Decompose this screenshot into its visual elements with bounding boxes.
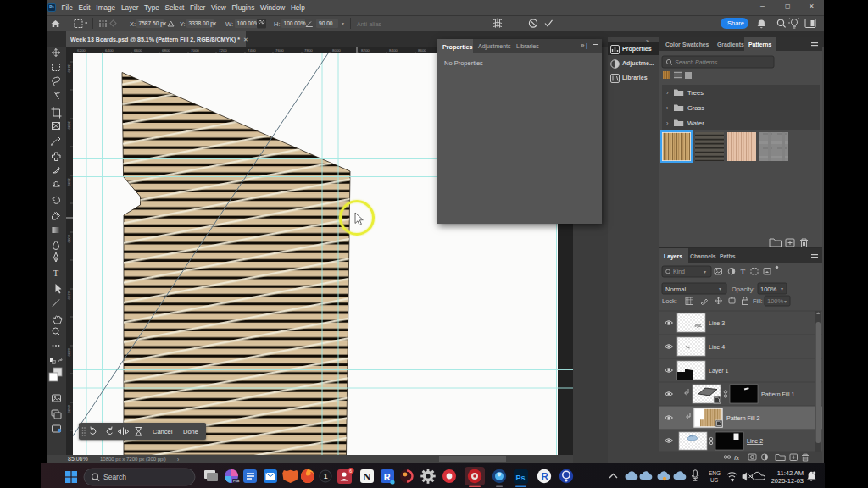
svg-text:Cancel: Cancel	[153, 428, 173, 435]
svg-text:Fill:: Fill:	[753, 297, 763, 305]
svg-text:8400: 8400	[389, 48, 398, 53]
svg-text:Layers: Layers	[664, 253, 682, 260]
svg-text:3600: 3600	[67, 121, 71, 130]
svg-text:▾: ▾	[719, 286, 721, 291]
svg-text:Normal: Normal	[665, 286, 687, 293]
svg-text:4400: 4400	[67, 348, 71, 357]
svg-text:Water: Water	[687, 119, 704, 127]
svg-text:X:: X:	[130, 20, 136, 28]
svg-text:Opacity:: Opacity:	[732, 286, 755, 293]
svg-text:7587.50 px: 7587.50 px	[139, 20, 167, 27]
svg-text:R: R	[542, 471, 549, 481]
svg-text:6400: 6400	[105, 48, 114, 53]
svg-text:Kind: Kind	[673, 269, 685, 274]
svg-text:T: T	[741, 268, 746, 276]
svg-text:6: 6	[349, 469, 352, 474]
svg-text:4600: 4600	[67, 405, 71, 413]
svg-text:Swatches: Swatches	[682, 42, 709, 47]
svg-text:7400: 7400	[248, 48, 256, 53]
svg-text:3400: 3400	[67, 64, 71, 73]
svg-text:3338.00 px: 3338.00 px	[189, 20, 217, 27]
svg-text:▾: ▾	[704, 269, 706, 274]
svg-text:Line 3: Line 3	[709, 320, 725, 326]
svg-text:ENG: ENG	[709, 470, 721, 476]
svg-text:R: R	[384, 472, 391, 482]
svg-text:90.00: 90.00	[319, 20, 333, 26]
svg-text:8000: 8000	[332, 48, 341, 53]
svg-text:Color: Color	[665, 42, 681, 47]
svg-text:T: T	[53, 268, 59, 278]
svg-text:2025-12-03: 2025-12-03	[771, 477, 804, 485]
svg-text:100.00%: 100.00%	[284, 20, 306, 26]
svg-text:▾: ▾	[781, 286, 783, 291]
svg-text:Channels: Channels	[690, 253, 716, 259]
svg-text:Share: Share	[727, 19, 744, 27]
svg-text:Trees: Trees	[687, 89, 704, 97]
svg-text:100.00%: 100.00%	[237, 20, 259, 26]
svg-text:Search: Search	[103, 473, 126, 481]
svg-text:4200: 4200	[67, 291, 71, 300]
svg-text:8200: 8200	[361, 48, 370, 53]
svg-text:6600: 6600	[134, 48, 142, 53]
svg-text:Ps: Ps	[516, 474, 526, 482]
svg-text:N: N	[364, 471, 371, 483]
svg-text:8600: 8600	[418, 48, 426, 53]
svg-text:7600: 7600	[275, 48, 284, 53]
svg-text:▾: ▾	[784, 299, 787, 304]
svg-text:3800: 3800	[67, 178, 71, 186]
svg-text:Gradients: Gradients	[717, 42, 744, 47]
svg-text:6800: 6800	[162, 48, 170, 53]
svg-text:Line 4: Line 4	[709, 344, 725, 350]
svg-text:PUB: PUB	[233, 480, 240, 483]
svg-text:Anti-alias: Anti-alias	[357, 21, 381, 27]
svg-text:7000: 7000	[191, 48, 199, 53]
svg-text:fx: fx	[734, 455, 740, 461]
svg-text:Search Patterns: Search Patterns	[675, 59, 718, 65]
svg-text:W:: W:	[225, 20, 233, 28]
svg-text:7800: 7800	[304, 48, 313, 53]
svg-text:Patterns: Patterns	[748, 42, 771, 47]
svg-text:Paths: Paths	[720, 253, 736, 259]
svg-text:Pattern Fill 2: Pattern Fill 2	[726, 415, 760, 421]
svg-text:Lock:: Lock:	[662, 297, 677, 305]
svg-text:Y:: Y:	[180, 20, 186, 28]
svg-text:1: 1	[324, 472, 328, 480]
svg-text:7200: 7200	[219, 48, 227, 53]
svg-text:11:42 AM: 11:42 AM	[777, 469, 804, 477]
svg-text:Grass: Grass	[687, 104, 704, 112]
svg-text:4000: 4000	[67, 235, 71, 243]
svg-text:Done: Done	[183, 428, 198, 435]
svg-text:▾: ▾	[342, 21, 344, 26]
svg-text:100%: 100%	[767, 297, 784, 305]
svg-text:US: US	[710, 477, 719, 483]
svg-text:Pattern Fill 1: Pattern Fill 1	[761, 391, 794, 397]
svg-text:Line 2: Line 2	[747, 438, 763, 444]
svg-text:100%: 100%	[760, 286, 777, 293]
svg-text:H:: H:	[274, 20, 281, 28]
svg-text:6200: 6200	[77, 48, 86, 53]
svg-text:Layer 1: Layer 1	[709, 368, 728, 374]
